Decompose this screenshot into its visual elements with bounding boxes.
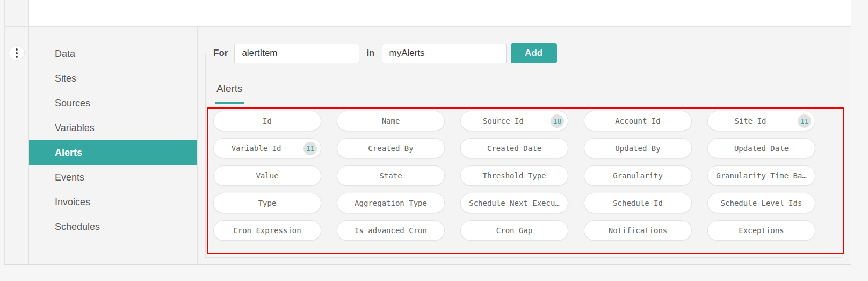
field-chip[interactable]: Threshold Type <box>460 165 568 186</box>
field-chip[interactable]: Updated Date <box>707 138 815 158</box>
field-chip[interactable]: Name <box>337 111 445 131</box>
field-chip[interactable]: Notifications <box>584 220 692 241</box>
field-chip-label: Cron Gap <box>461 221 568 240</box>
sidebar-item-sources[interactable]: Sources <box>29 91 197 116</box>
field-chip[interactable]: Account Id <box>584 111 692 131</box>
field-chip-label: Id <box>214 111 321 131</box>
highlight-red-box: IdNameSource Id18Account IdSite Id11Vari… <box>207 107 844 254</box>
field-chip-label: Threshold Type <box>461 166 568 185</box>
field-chip-badge-area: 11 <box>793 111 815 131</box>
field-chip-label: Exceptions <box>708 221 815 240</box>
field-chip[interactable]: Variable Id11 <box>213 138 321 158</box>
field-chip[interactable]: Schedule Id <box>584 193 692 213</box>
field-chip-label: Is advanced Cron <box>337 221 444 240</box>
count-badge: 18 <box>551 114 564 128</box>
field-chip[interactable]: Cron Gap <box>460 220 568 241</box>
field-chip[interactable]: Aggregation Type <box>337 193 445 213</box>
field-chip-label: Account Id <box>584 111 691 131</box>
field-chip-label: Schedule Next Execu… <box>461 193 568 213</box>
field-chip-badge-area: 18 <box>546 111 568 131</box>
sidebar-item-data[interactable]: Data <box>29 41 197 66</box>
left-rail <box>5 27 29 264</box>
field-chip[interactable]: Source Id18 <box>460 111 568 131</box>
field-chip[interactable]: Site Id11 <box>707 111 815 131</box>
field-chip[interactable]: Cron Expression <box>213 220 321 241</box>
content-area: For in Add Alerts IdNameSource Id18Accou… <box>198 27 851 264</box>
field-chip-label: Granularity <box>584 166 691 185</box>
field-chip-badge-area: 11 <box>299 139 321 158</box>
field-chip-label: Source Id <box>461 111 546 131</box>
field-chip[interactable]: Type <box>213 193 321 213</box>
field-chip[interactable]: Is advanced Cron <box>337 220 445 241</box>
main-area: DataSitesSourcesVariablesAlertsEventsInv… <box>5 27 851 265</box>
sidebar-item-invoices[interactable]: Invoices <box>29 190 197 214</box>
field-chip-label: Created By <box>337 139 444 158</box>
sidebar: DataSitesSourcesVariablesAlertsEventsInv… <box>29 27 198 264</box>
vertical-dots-icon <box>16 48 18 51</box>
field-chip[interactable]: Exceptions <box>707 220 815 241</box>
sidebar-item-variables[interactable]: Variables <box>29 116 197 140</box>
field-chip[interactable]: Granularity Time Ba… <box>707 165 815 186</box>
field-chip-label: Created Date <box>461 139 568 158</box>
field-chip[interactable]: Updated By <box>584 138 692 158</box>
count-badge: 11 <box>798 114 811 128</box>
sidebar-item-sites[interactable]: Sites <box>29 66 197 91</box>
field-chip-label: Schedule Id <box>584 193 691 213</box>
field-chip[interactable]: Id <box>213 111 321 131</box>
field-chip-label: Updated By <box>584 139 691 158</box>
field-chip-label: Variable Id <box>214 139 299 158</box>
field-chip-label: Schedule Level Ids <box>708 193 815 213</box>
field-chip-label: State <box>337 166 444 185</box>
field-chip-label: Cron Expression <box>214 221 321 240</box>
top-bar <box>5 0 851 27</box>
tab-alerts[interactable]: Alerts <box>215 83 244 104</box>
field-chip-label: Type <box>214 193 321 213</box>
field-chip-label: Value <box>214 166 321 185</box>
field-chip[interactable]: Created By <box>337 138 445 158</box>
tab-bar: Alerts <box>206 53 842 103</box>
sidebar-item-events[interactable]: Events <box>29 165 197 190</box>
top-bar-rail-cell <box>5 0 29 26</box>
field-chip[interactable]: Value <box>213 165 321 186</box>
sidebar-item-schedules[interactable]: Schedules <box>29 214 197 239</box>
field-chip[interactable]: Granularity <box>584 165 692 186</box>
top-bar-content <box>29 0 851 26</box>
app-window: DataSitesSourcesVariablesAlertsEventsInv… <box>4 0 851 265</box>
field-chip-label: Aggregation Type <box>337 193 444 213</box>
count-badge: 11 <box>303 142 317 155</box>
fields-grid: IdNameSource Id18Account IdSite Id11Vari… <box>208 109 843 246</box>
alerts-panel: For in Add Alerts IdNameSource Id18Accou… <box>205 53 842 258</box>
field-chip-label: Name <box>337 111 444 131</box>
field-chip-label: Granularity Time Ba… <box>708 166 815 185</box>
menu-kebab-button[interactable] <box>9 45 25 61</box>
sidebar-item-alerts[interactable]: Alerts <box>29 140 197 165</box>
field-chip-label: Updated Date <box>708 139 815 158</box>
field-chip[interactable]: Created Date <box>460 138 568 158</box>
field-chip-label: Site Id <box>708 111 793 131</box>
field-chip[interactable]: State <box>337 165 445 186</box>
field-chip[interactable]: Schedule Level Ids <box>707 193 815 213</box>
field-chip-label: Notifications <box>584 221 691 240</box>
field-chip[interactable]: Schedule Next Execu… <box>460 193 568 213</box>
